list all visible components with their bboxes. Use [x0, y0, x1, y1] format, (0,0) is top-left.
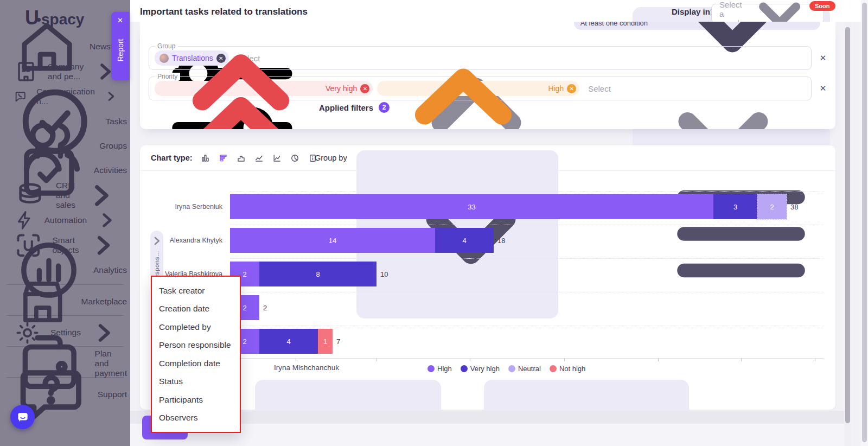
- chart-card: Chart type: Group by Priority Iryna Serb…: [140, 145, 835, 410]
- condition-mode-pill[interactable]: At least one condition: [574, 22, 820, 30]
- legend-label: Neutral: [518, 365, 541, 373]
- remove-filter-row-button[interactable]: ✕: [818, 84, 828, 93]
- legend-label: Not high: [559, 365, 585, 373]
- sidebar: Uspacy NewsfeedCompany and pe...Communic…: [0, 0, 130, 446]
- legend-label: Very high: [470, 365, 500, 373]
- chevron-right-icon: [88, 230, 118, 260]
- sidebar-divider: [7, 346, 124, 347]
- sidebar-divider: [7, 284, 124, 285]
- legend-label: High: [437, 365, 452, 373]
- window-scrollbar-thumb[interactable]: [862, 3, 867, 442]
- legend-item-not-high[interactable]: Not high: [550, 365, 585, 373]
- sidebar-item-marketplace[interactable]: Marketplace: [13, 289, 127, 314]
- group-by-context-menu: Task creatorCreation dateCompleted byPer…: [151, 276, 241, 433]
- legend-item-neutral[interactable]: Neutral: [508, 365, 541, 373]
- bar-segment-not-high: 1: [318, 329, 333, 354]
- legend-dot-icon: [427, 365, 435, 372]
- step-area-chart-icon[interactable]: [234, 151, 248, 165]
- chip-remove-icon[interactable]: ✕: [360, 84, 369, 93]
- pie-chart-icon[interactable]: [288, 151, 302, 165]
- menu-item-completed-by[interactable]: Completed by: [152, 318, 240, 336]
- legend-item-very-high[interactable]: Very high: [461, 365, 500, 373]
- sidebar-item-support[interactable]: Support: [13, 382, 127, 407]
- group-by-label: Group by: [315, 154, 347, 162]
- sidebar-item-newsfeed[interactable]: Newsfeed: [13, 34, 127, 59]
- chat-smile-icon: [16, 410, 30, 424]
- add-condition-icon: [151, 110, 314, 129]
- filter-chip-high[interactable]: High✕: [377, 81, 579, 96]
- content-scrollbar-thumb[interactable]: [845, 27, 850, 423]
- menu-item-person-responsible[interactable]: Person responsible: [152, 336, 240, 355]
- bar-segment-high: 33: [230, 194, 713, 219]
- remove-filter-row-button[interactable]: ✕: [818, 53, 828, 63]
- horizontal-bar-chart-icon[interactable]: [216, 151, 230, 165]
- support-chat-fab[interactable]: [10, 405, 35, 429]
- axis-tick: [741, 358, 742, 361]
- chevron-right-icon: [95, 209, 118, 232]
- report-tab-body: Report: [111, 24, 129, 80]
- legend-dot-icon: [461, 365, 468, 372]
- x-axis-line: [230, 358, 824, 359]
- bar-segment-very-high: 4: [259, 329, 318, 354]
- chip-remove-icon[interactable]: ✕: [567, 84, 576, 93]
- panel-select[interactable]: Select a panel: [711, 4, 824, 23]
- sidebar-item-label: Analytics: [93, 265, 127, 275]
- row-separator: [230, 258, 824, 259]
- bar-segment-high: 14: [230, 228, 435, 253]
- axis-tick: [564, 358, 565, 361]
- axis-line-chart-icon[interactable]: [270, 151, 284, 165]
- single-chevron-up-icon: [382, 22, 545, 129]
- bar-segment-very-high: 4: [435, 228, 494, 253]
- sidebar-item-label: Automation: [44, 215, 87, 225]
- axis-tick: [376, 358, 377, 361]
- menu-item-completion-date[interactable]: Completion date: [152, 354, 240, 373]
- chart-legend: HighVery highNeutralNot high: [427, 365, 585, 373]
- row-separator: [230, 292, 824, 292]
- bar-segment-value: 14: [329, 237, 336, 245]
- sidebar-item-label: Groups: [99, 141, 127, 151]
- sidebar-divider: [7, 377, 124, 378]
- bar-total-label: 18: [497, 237, 505, 245]
- menu-icon[interactable]: [660, 152, 822, 315]
- report-drawer-tab[interactable]: ✕ Report: [111, 12, 129, 80]
- bar-category-label: Iryna Serbeniuk: [140, 203, 222, 211]
- sidebar-item-label: Marketplace: [81, 297, 127, 307]
- add-condition-button[interactable]: Add a condition: [151, 110, 378, 129]
- filter-select-placeholder: Select: [588, 84, 611, 93]
- lightning-icon: [13, 209, 36, 232]
- row-separator: [230, 326, 824, 326]
- chevron-right-icon: [150, 234, 163, 247]
- menu-item-observers[interactable]: Observers: [152, 409, 240, 428]
- close-icon[interactable]: ✕: [117, 17, 123, 24]
- sidebar-divider: [7, 315, 124, 316]
- column-chart-icon[interactable]: [199, 151, 212, 165]
- legend-dot-icon: [550, 365, 557, 372]
- menu-item-status[interactable]: Status: [152, 373, 240, 391]
- sidebar-item-label: Activities: [94, 165, 127, 175]
- soon-badge: Soon: [809, 1, 835, 11]
- sidebar-item-automation[interactable]: Automation: [13, 208, 127, 233]
- axis-tick: [470, 358, 470, 361]
- sidebar-item-crm-and-sales[interactable]: CRM and sales: [13, 183, 127, 208]
- filter-field-priority[interactable]: PriorityVery high✕High✕Select: [149, 77, 812, 100]
- bar-segment-very-high: 3: [713, 194, 757, 219]
- filter-field-label: Priority: [155, 73, 180, 80]
- line-chart-icon[interactable]: [252, 151, 266, 165]
- display-in-label: Display in:: [672, 7, 713, 16]
- legend-item-high[interactable]: High: [427, 365, 452, 373]
- report-tab-label: Report: [116, 39, 125, 61]
- sidebar-item-label: Plan and payment: [95, 349, 127, 378]
- legend-dot-icon: [508, 365, 515, 372]
- menu-item-participants[interactable]: Participants: [152, 391, 240, 409]
- chevron-down-icon[interactable]: [642, 86, 805, 129]
- bar-total-label: 2: [263, 304, 267, 312]
- sidebar-item-label: Support: [98, 390, 127, 399]
- bar-segment-value: 1: [323, 337, 327, 346]
- applied-filters-card: Applied filters 2 At least one condition…: [140, 22, 835, 129]
- menu-item-task-creator[interactable]: Task creator: [152, 282, 240, 300]
- sidebar-item-label: Company and pe...: [48, 62, 84, 81]
- condition-mode-label: At least one condition: [580, 22, 648, 27]
- axis-panel-label: espons...: [154, 251, 160, 278]
- menu-item-creation-date[interactable]: Creation date: [152, 300, 240, 318]
- filter-chip-very-high[interactable]: Very high✕: [155, 81, 373, 96]
